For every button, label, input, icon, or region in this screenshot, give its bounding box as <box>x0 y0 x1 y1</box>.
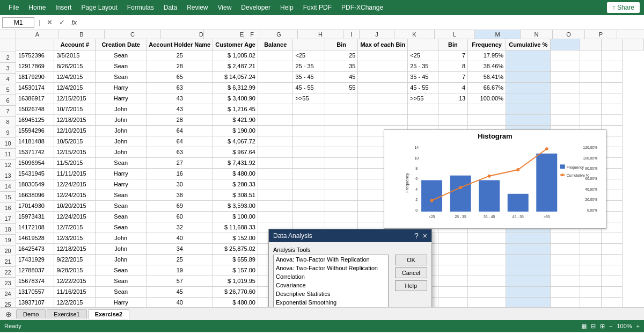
cell-r22-c10[interactable] <box>438 265 468 276</box>
cell-r17-c1[interactable]: 12/24/2015 <box>54 211 96 222</box>
cell-r23-c4[interactable]: $ 1,019.95 <box>213 276 258 286</box>
cell-r7-c1[interactable]: 10/7/2015 <box>54 104 96 114</box>
menu-foxitpdf[interactable]: Foxit PDF <box>299 2 336 13</box>
cell-r4-c13[interactable] <box>551 71 580 82</box>
cell-r13-c7[interactable] <box>325 168 358 179</box>
cell-r4-c4[interactable]: $ 14,057.24 <box>213 71 258 82</box>
cell-r17-c5[interactable] <box>258 211 293 222</box>
cell-r15-c1[interactable]: 12/24/2015 <box>54 190 96 200</box>
col-header-l[interactable]: L <box>435 30 475 39</box>
cell-r21-c14[interactable] <box>580 254 602 265</box>
cell-r2-c4[interactable]: $ 1,005.02 <box>213 50 258 61</box>
cell-r19-c8[interactable] <box>358 233 408 243</box>
cell-r8-c3[interactable]: 28 <box>147 114 213 125</box>
cell-r18-c1[interactable]: 12/7/2015 <box>54 222 96 233</box>
cell-r19-c15[interactable] <box>601 233 623 243</box>
cell-r22-c7[interactable] <box>325 265 358 276</box>
cell-r6-c6[interactable]: >>55 <box>293 93 325 104</box>
cell-r8-c14[interactable] <box>580 114 602 125</box>
header-cell-11[interactable]: Cumulative % <box>506 39 551 50</box>
cell-r7-c14[interactable] <box>580 104 602 114</box>
cell-r24-c6[interactable] <box>293 286 325 297</box>
menu-insert[interactable]: Insert <box>51 2 76 13</box>
cell-r25-c7[interactable] <box>325 297 358 307</box>
cell-r8-c13[interactable] <box>551 114 580 125</box>
cell-r22-c13[interactable] <box>551 265 580 276</box>
cell-r16-c4[interactable]: $ 3,593.00 <box>213 200 258 211</box>
cell-r16-c6[interactable] <box>293 200 325 211</box>
cell-r11-c6[interactable] <box>293 147 325 157</box>
cell-r7-c0[interactable]: 15026748 <box>16 104 54 114</box>
cell-r3-c9[interactable]: 25 - 35 <box>408 61 438 71</box>
cell-r21-c4[interactable]: $ 655.89 <box>213 254 258 265</box>
cell-r21-c10[interactable] <box>438 254 468 265</box>
header-cell-2[interactable]: Account Holder Name <box>147 39 213 50</box>
cell-r13-c1[interactable]: 11/11/2015 <box>54 168 96 179</box>
cell-r11-c5[interactable] <box>258 147 293 157</box>
cell-r4-c9[interactable]: 35 - 45 <box>408 71 438 82</box>
cell-r4-c12[interactable] <box>506 71 551 82</box>
cell-r25-c14[interactable] <box>580 297 602 307</box>
cell-r24-c10[interactable] <box>438 286 468 297</box>
cell-r18-c3[interactable]: 32 <box>147 222 213 233</box>
cell-r4-c5[interactable] <box>258 71 293 82</box>
cell-r6-c1[interactable]: 12/15/2015 <box>54 93 96 104</box>
formula-input[interactable] <box>81 18 642 27</box>
cell-r4-c11[interactable]: 56.41% <box>468 71 506 82</box>
cell-r2-c9[interactable]: <25 <box>408 50 438 61</box>
cell-r19-c2[interactable]: John <box>96 233 147 243</box>
col-header-f[interactable]: F <box>244 30 260 39</box>
cell-r9-c5[interactable] <box>258 125 293 136</box>
cell-r17-c4[interactable]: $ 100.00 <box>213 211 258 222</box>
view-normal-icon[interactable]: ▦ <box>581 323 587 330</box>
cell-r11-c1[interactable]: 12/15/2015 <box>54 147 96 157</box>
col-header-p[interactable]: P <box>585 30 617 39</box>
cell-r24-c11[interactable] <box>468 286 506 297</box>
cancel-formula-button[interactable]: ✕ <box>45 18 55 26</box>
cell-r19-c4[interactable]: $ 152.00 <box>213 233 258 243</box>
cell-r5-c4[interactable]: $ 6,312.99 <box>213 82 258 93</box>
cell-r25-c10[interactable] <box>438 297 468 307</box>
cell-r19-c9[interactable] <box>408 233 438 243</box>
cell-r8-c9[interactable] <box>408 114 438 125</box>
cell-r23-c8[interactable] <box>358 276 408 286</box>
cell-r2-c12[interactable] <box>506 50 551 61</box>
cell-r18-c7[interactable] <box>325 222 358 233</box>
cell-r5-c14[interactable] <box>580 82 602 93</box>
cell-r7-c13[interactable] <box>551 104 580 114</box>
cell-r22-c0[interactable]: 12788037 <box>16 265 54 276</box>
header-cell-14[interactable] <box>601 39 623 50</box>
cell-r23-c9[interactable] <box>408 276 438 286</box>
cell-r6-c11[interactable]: 100.00% <box>468 93 506 104</box>
header-cell-8[interactable] <box>408 39 438 50</box>
cell-r4-c2[interactable]: Sean <box>96 71 147 82</box>
cell-r24-c3[interactable]: 45 <box>147 286 213 297</box>
cell-r3-c7[interactable]: 35 <box>325 61 358 71</box>
col-header-h[interactable]: H <box>298 30 343 39</box>
cell-r4-c1[interactable]: 12/4/2015 <box>54 71 96 82</box>
cell-r3-c14[interactable] <box>580 61 602 71</box>
cell-r8-c5[interactable] <box>258 114 293 125</box>
cell-r21-c15[interactable] <box>601 254 623 265</box>
cell-r25-c13[interactable] <box>551 297 580 307</box>
cell-r23-c12[interactable] <box>506 276 551 286</box>
cell-r10-c1[interactable]: 10/5/2015 <box>54 136 96 147</box>
cell-r8-c4[interactable]: $ 421.90 <box>213 114 258 125</box>
cell-r21-c1[interactable]: 9/22/2015 <box>54 254 96 265</box>
cell-r22-c4[interactable]: $ 157.00 <box>213 265 258 276</box>
cell-r3-c1[interactable]: 8/26/2015 <box>54 61 96 71</box>
cell-r7-c4[interactable]: $ 1,216.45 <box>213 104 258 114</box>
cell-r21-c7[interactable] <box>325 254 358 265</box>
cell-r20-c12[interactable] <box>506 243 551 254</box>
cell-r6-c9[interactable]: >>55 <box>408 93 438 104</box>
cell-r14-c7[interactable] <box>325 179 358 190</box>
confirm-formula-button[interactable]: ✓ <box>57 18 67 26</box>
cell-r21-c3[interactable]: 25 <box>147 254 213 265</box>
cell-r3-c5[interactable] <box>258 61 293 71</box>
cell-r3-c10[interactable]: 8 <box>438 61 468 71</box>
cell-r14-c1[interactable]: 12/24/2015 <box>54 179 96 190</box>
share-button[interactable]: ↑ Share <box>607 2 640 13</box>
cell-r7-c8[interactable] <box>358 104 408 114</box>
cell-r21-c8[interactable] <box>358 254 408 265</box>
cell-r3-c6[interactable]: 25 - 35 <box>293 61 325 71</box>
